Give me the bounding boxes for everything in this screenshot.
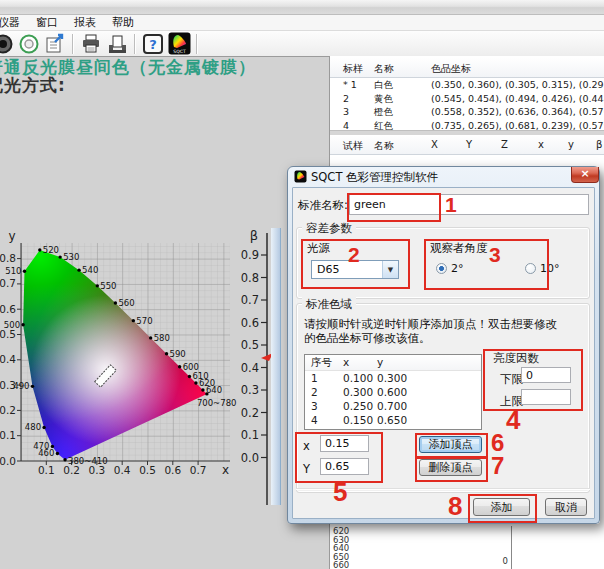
menu-item[interactable]: 窗口: [28, 15, 66, 30]
x-coord-input[interactable]: [320, 435, 369, 452]
vertex-cell: 0.150: [343, 414, 373, 426]
y-coord-input[interactable]: [320, 458, 369, 475]
cancel-button[interactable]: 取消: [545, 498, 587, 516]
print-preview-icon[interactable]: [105, 33, 129, 55]
instruction-text: 请按顺时针或逆时针顺序添加顶点！双击想要修改的色品坐标可修改该值。: [304, 317, 560, 345]
radio-dot-icon: [525, 263, 536, 274]
svg-text:0.1: 0.1: [241, 428, 259, 442]
observer-2deg-radio[interactable]: 2°: [436, 262, 464, 275]
table-cell: 3: [343, 106, 349, 117]
vertex-list[interactable]: 序号xy 10.1000.30020.3000.60030.2500.70040…: [304, 354, 482, 430]
column-header: Y: [466, 139, 472, 150]
svg-text:550: 550: [100, 281, 116, 291]
menu-item[interactable]: 帮助: [104, 15, 142, 30]
svg-text:0.2: 0.2: [241, 406, 259, 420]
svg-text:0.6: 0.6: [164, 464, 181, 476]
add-button[interactable]: 添加: [473, 498, 530, 516]
column-header: 标样: [343, 62, 363, 76]
vertex-column-header: y: [377, 356, 383, 368]
svg-text:x: x: [222, 463, 229, 477]
vertex-row[interactable]: 20.3000.600: [305, 385, 481, 399]
dialog-title: SQCT 色彩管理控制软件: [311, 170, 438, 185]
column-header: 色品坐标: [431, 62, 471, 76]
toolbar: ? SQCT: [0, 31, 604, 57]
light-source-select[interactable]: D65 ▼: [311, 260, 399, 279]
add-vertex-button[interactable]: 添加顶点: [419, 436, 482, 453]
svg-text:SQCT: SQCT: [173, 49, 186, 54]
vertex-cell: 3: [311, 400, 318, 412]
app-window: 仪器窗口报表帮助 ?: [0, 0, 604, 569]
menu-item[interactable]: 仪器: [0, 15, 28, 30]
svg-text:0.8: 0.8: [241, 271, 259, 285]
vertex-row[interactable]: 30.2500.700: [305, 399, 481, 413]
menu-bar: 仪器窗口报表帮助: [0, 15, 604, 31]
table-cell: * 1: [343, 79, 357, 90]
vertex-cell: 1: [311, 372, 318, 384]
column-header: β: [596, 139, 602, 150]
upper-limit-input[interactable]: [521, 389, 571, 405]
dialog-separator: [296, 488, 590, 490]
svg-text:0.6: 0.6: [0, 303, 16, 315]
column-header: x: [538, 139, 544, 150]
sqct-logo-icon[interactable]: SQCT: [167, 33, 191, 55]
observer-10deg-label: 10°: [540, 262, 560, 275]
svg-text:560: 560: [118, 298, 134, 308]
svg-text:0.7: 0.7: [0, 277, 16, 289]
table-cell: (0.735, 0.265), (0.681, 0.239), (0.579, …: [431, 120, 604, 131]
vertex-row[interactable]: 40.1500.650: [305, 413, 481, 427]
table-cell: (0.545, 0.454), (0.494, 0.426), (0.444, …: [431, 93, 604, 104]
svg-text:590: 590: [170, 349, 186, 359]
light-source-value: D65: [312, 263, 382, 276]
close-icon[interactable]: ×: [571, 167, 599, 183]
svg-text:0.2: 0.2: [0, 404, 16, 416]
vertex-cell: 0.300: [377, 372, 407, 384]
ring-icon[interactable]: [17, 33, 41, 55]
table-cell: 2: [343, 93, 349, 104]
table-cell: 橙色: [374, 106, 393, 119]
svg-text:0.5: 0.5: [241, 338, 259, 352]
table-row[interactable]: 2黄色(0.545, 0.454), (0.494, 0.426), (0.44…: [330, 92, 604, 106]
vertex-row[interactable]: 10.1000.300: [305, 371, 481, 385]
svg-text:0.4: 0.4: [241, 361, 259, 375]
delete-vertex-button[interactable]: 删除顶点: [419, 459, 482, 476]
svg-text:0.0: 0.0: [0, 455, 16, 467]
svg-text:380~410: 380~410: [68, 456, 108, 466]
menu-item[interactable]: 报表: [66, 15, 104, 30]
svg-text:0.4: 0.4: [0, 353, 16, 365]
column-header: 试样: [343, 139, 363, 153]
y-coord-label: Y: [303, 462, 310, 476]
samples-table-header[interactable]: 试样名称XYZxyβ: [330, 135, 604, 155]
svg-text:0.1: 0.1: [0, 429, 16, 441]
svg-text:700~780: 700~780: [197, 398, 237, 408]
report-export-icon[interactable]: [43, 33, 67, 55]
dialog-logo-icon: [294, 170, 307, 183]
observer-2deg-label: 2°: [451, 262, 464, 275]
vertex-cell: 0.100: [343, 372, 373, 384]
table-cell: 黄色: [374, 93, 393, 106]
panel-scroll-strip: [271, 228, 281, 505]
svg-text:580: 580: [154, 333, 170, 343]
column-header: y: [568, 139, 574, 150]
standard-name-input[interactable]: [349, 194, 589, 215]
table-row[interactable]: 3橙色(0.558, 0.352), (0.636, 0.364), (0.57…: [330, 105, 604, 119]
svg-text:500: 500: [4, 320, 20, 330]
observer-10deg-radio[interactable]: 10°: [525, 262, 560, 275]
lower-limit-label: 下限: [500, 372, 523, 387]
window-titlebar: [0, 0, 604, 15]
svg-text:0.7: 0.7: [190, 464, 207, 476]
table-cell: 4: [343, 120, 349, 131]
table-cell: (0.558, 0.352), (0.636, 0.364), (0.570, …: [431, 106, 604, 117]
table-row[interactable]: * 1白色(0.350, 0.360), (0.305, 0.315), (0.…: [330, 78, 604, 92]
svg-text:0.4: 0.4: [114, 464, 131, 476]
lower-limit-input[interactable]: [521, 367, 571, 383]
svg-text:520: 520: [43, 245, 59, 255]
standards-table-header[interactable]: 标样名称色品坐标: [330, 58, 604, 78]
column-header: 名称: [374, 139, 394, 153]
target-icon[interactable]: [0, 33, 15, 55]
upper-limit-label: 上限: [500, 394, 523, 409]
svg-text:540: 540: [82, 265, 98, 275]
svg-text:0.1: 0.1: [38, 464, 55, 476]
help-icon[interactable]: ?: [141, 33, 165, 55]
print-icon[interactable]: [79, 33, 103, 55]
observer-angle-label: 观察者角度: [430, 241, 488, 256]
